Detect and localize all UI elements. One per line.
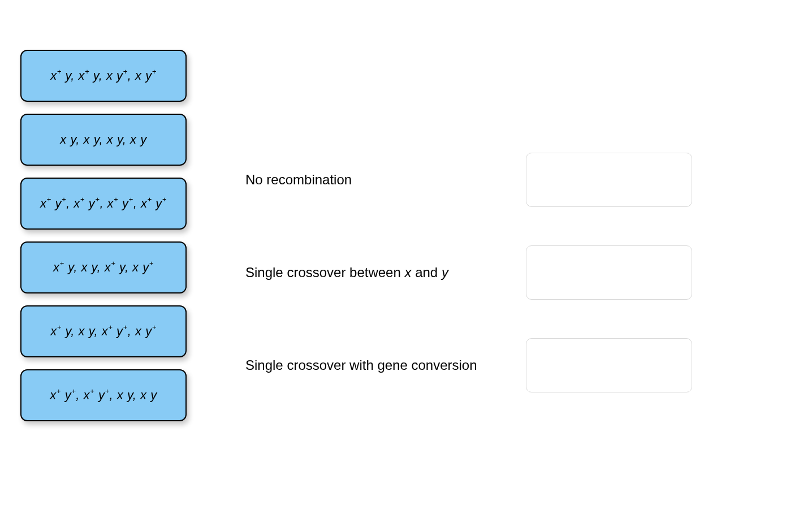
draggables-column: x+ y, x+ y, x y+, x y+x y, x y, x y, x y… (20, 50, 187, 421)
tile-genotype-label: x+ y, x y, x+ y, x y+ (53, 260, 154, 275)
tile-genotype-label: x+ y+, x+ y+, x+ y+, x+ y+ (40, 196, 167, 211)
draggable-tile-4[interactable]: x+ y, x y, x+ y+, x y+ (20, 305, 187, 357)
target-label-0: No recombination (245, 170, 494, 189)
draggable-tile-1[interactable]: x y, x y, x y, x y (20, 114, 187, 166)
target-row-1: Single crossover between x and y (245, 245, 692, 300)
tile-genotype-label: x+ y, x+ y, x y+, x y+ (50, 68, 157, 84)
target-row-2: Single crossover with gene conversion (245, 338, 692, 392)
draggable-tile-0[interactable]: x+ y, x+ y, x y+, x y+ (20, 50, 187, 102)
target-label-2: Single crossover with gene conversion (245, 356, 494, 375)
tile-genotype-label: x y, x y, x y, x y (60, 132, 146, 147)
tile-genotype-label: x+ y, x y, x+ y+, x y+ (50, 324, 157, 339)
target-row-0: No recombination (245, 153, 692, 207)
drop-zone-1[interactable] (526, 245, 692, 300)
drop-zone-0[interactable] (526, 153, 692, 207)
tile-genotype-label: x+ y+, x+ y+, x y, x y (50, 388, 157, 403)
draggable-tile-5[interactable]: x+ y+, x+ y+, x y, x y (20, 369, 187, 421)
drop-zone-2[interactable] (526, 338, 692, 392)
target-label-1: Single crossover between x and y (245, 263, 494, 282)
draggable-tile-2[interactable]: x+ y+, x+ y+, x+ y+, x+ y+ (20, 178, 187, 230)
targets-area: No recombinationSingle crossover between… (245, 153, 692, 431)
draggable-tile-3[interactable]: x+ y, x y, x+ y, x y+ (20, 241, 187, 293)
